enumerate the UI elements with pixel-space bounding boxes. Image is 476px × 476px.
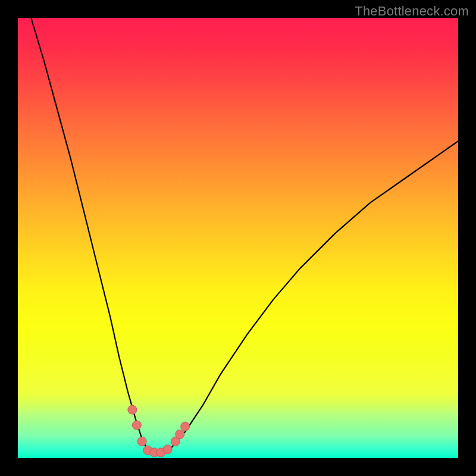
curve-svg bbox=[18, 18, 458, 458]
plot-area bbox=[18, 18, 458, 458]
marker-group bbox=[128, 405, 190, 457]
data-marker bbox=[176, 430, 184, 439]
data-marker bbox=[163, 445, 172, 454]
bottleneck-curve bbox=[31, 18, 458, 453]
watermark-text: TheBottleneck.com bbox=[355, 4, 469, 19]
data-marker bbox=[132, 421, 141, 430]
chart-frame: TheBottleneck.com bbox=[0, 0, 476, 476]
data-marker bbox=[128, 405, 137, 414]
data-marker bbox=[181, 422, 190, 431]
data-marker bbox=[137, 437, 146, 446]
